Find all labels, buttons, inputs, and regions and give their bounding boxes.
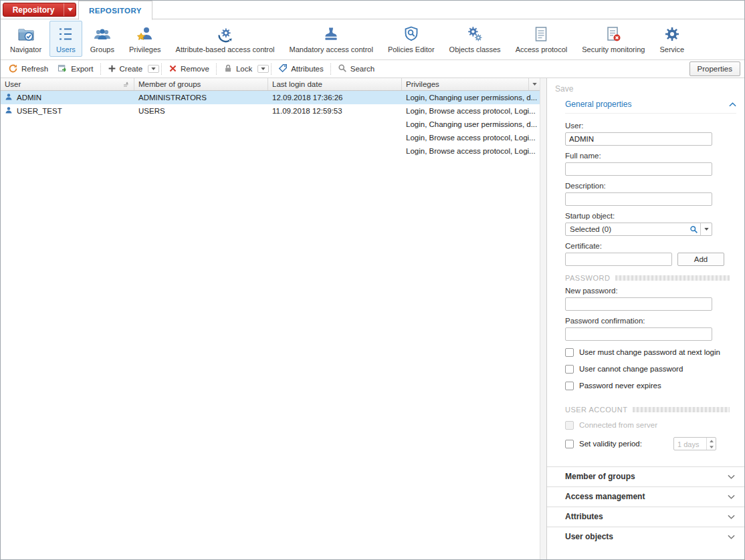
search-button[interactable]: Search — [333, 61, 379, 76]
user-icon — [5, 93, 13, 102]
section-member-of-groups[interactable]: Member of groups — [547, 466, 744, 486]
ribbon-item-objects-classes[interactable]: Objects classes — [443, 21, 508, 57]
ribbon: Navigator Users — [1, 19, 744, 60]
cannot-change-password-label: User cannot change password — [579, 364, 683, 374]
section-access-management[interactable]: Access management — [547, 486, 744, 507]
ribbon-item-label: Policies Editor — [388, 45, 435, 53]
repository-menu-button[interactable]: Repository — [3, 3, 76, 17]
toolbar: Refresh Export Create — [1, 60, 744, 78]
ribbon-item-label: Security monitoring — [582, 45, 645, 53]
privileges-user-star-icon — [136, 25, 154, 43]
ribbon-item-security-monitoring[interactable]: Security monitoring — [575, 21, 651, 57]
ribbon-item-service[interactable]: Service — [653, 21, 691, 57]
section-divider — [615, 275, 730, 281]
password-section-header: PASSWORD — [565, 274, 730, 282]
checkbox-row: Connected from server — [565, 420, 736, 430]
app-window: Repository REPOSITORY Navigator — [0, 0, 745, 560]
checkbox-row: User must change password at next login — [565, 347, 736, 358]
table-row[interactable]: Login, Browse access protocol, Logi... — [1, 144, 540, 158]
ribbon-item-access-protocol[interactable]: Access protocol — [509, 21, 574, 57]
full-name-field[interactable] — [565, 162, 712, 176]
description-field[interactable] — [565, 192, 712, 206]
table-scrollbar[interactable] — [540, 78, 547, 559]
tab-repository[interactable]: REPOSITORY — [78, 1, 152, 20]
section-label: User objects — [565, 532, 613, 542]
search-icon — [338, 63, 347, 74]
startup-object-dropdown-button[interactable] — [700, 223, 712, 235]
user-field[interactable] — [565, 132, 712, 146]
table-header: User Member of groups Last login date Pr… — [1, 78, 540, 91]
ribbon-item-policies-editor[interactable]: Policies Editor — [381, 21, 441, 57]
policies-shield-search-icon — [403, 25, 420, 43]
ribbon-item-label: Access protocol — [516, 45, 568, 53]
table-row[interactable]: USER_TEST USERS 11.09.2018 12:59:53 Logi… — [1, 104, 540, 118]
new-password-field[interactable] — [565, 297, 712, 311]
ribbon-item-users[interactable]: Users — [49, 21, 82, 57]
lock-button[interactable]: Lock — [219, 61, 257, 76]
chevron-down-icon — [728, 492, 735, 502]
cannot-change-password-checkbox[interactable] — [565, 365, 574, 374]
tab-strip: Repository REPOSITORY — [1, 1, 744, 19]
table-row[interactable]: Login, Browse access protocol, Logi... — [1, 131, 540, 144]
stepper-up-button[interactable] — [707, 438, 716, 444]
user-icon — [5, 106, 13, 116]
password-confirmation-field[interactable] — [565, 327, 712, 341]
column-header-user[interactable]: User — [1, 78, 134, 90]
create-dropdown-button[interactable] — [148, 65, 159, 73]
add-certificate-button[interactable]: Add — [677, 253, 724, 266]
properties-toggle-button[interactable]: Properties — [689, 61, 740, 76]
startup-object-label: Startup object: — [565, 211, 736, 221]
ribbon-item-privileges[interactable]: Privileges — [122, 21, 168, 57]
user-account-section-header: USER ACCOUNT — [565, 406, 730, 414]
remove-button[interactable]: Remove — [164, 62, 214, 76]
save-button[interactable]: Save — [547, 78, 744, 94]
password-never-expires-checkbox[interactable] — [565, 382, 574, 390]
validity-period-stepper[interactable]: 1 days — [673, 437, 716, 450]
users-list-icon — [57, 25, 74, 43]
remove-x-icon — [169, 64, 177, 74]
ribbon-item-attribute-based-access-control[interactable]: Attribute-based access control — [169, 21, 282, 57]
export-icon — [58, 63, 68, 75]
column-header-member-of-groups[interactable]: Member of groups — [134, 78, 268, 90]
users-table: User Member of groups Last login date Pr… — [1, 78, 540, 559]
section-label: Attributes — [565, 512, 603, 522]
cell-groups: USERS — [134, 107, 268, 115]
create-plus-icon — [108, 64, 116, 74]
ribbon-item-mandatory-access-control[interactable]: Mandatory access control — [283, 21, 380, 57]
section-attributes[interactable]: Attributes — [547, 507, 744, 527]
user-account-section-title: USER ACCOUNT — [565, 406, 627, 414]
ribbon-item-groups[interactable]: Groups — [84, 21, 121, 57]
set-validity-period-checkbox[interactable] — [565, 440, 574, 448]
section-label: Access management — [565, 492, 645, 502]
startup-object-combo[interactable]: Selected (0) — [565, 223, 712, 236]
cell-last-login: 11.09.2018 12:59:53 — [268, 107, 402, 115]
password-confirmation-label: Password confirmation: — [565, 316, 736, 325]
search-icon[interactable] — [687, 225, 700, 234]
chevron-down-icon — [728, 472, 735, 482]
connected-from-server-label: Connected from server — [579, 420, 657, 430]
column-header-privileges[interactable]: Privileges — [402, 78, 529, 90]
objects-classes-gears-icon — [466, 25, 484, 43]
stepper-down-button[interactable] — [707, 444, 716, 450]
cell-privileges: Login, Browse access protocol, Logi... — [402, 107, 540, 115]
table-row[interactable]: Login, Changing user permissions, d... — [1, 118, 540, 131]
column-options-button[interactable] — [529, 78, 540, 90]
create-button[interactable]: Create — [103, 62, 148, 76]
table-row[interactable]: ADMIN ADMINISTRATORS 12.09.2018 17:36:26… — [1, 91, 540, 104]
section-divider — [633, 407, 730, 412]
must-change-password-checkbox[interactable] — [565, 348, 574, 357]
column-header-last-login-date[interactable]: Last login date — [268, 78, 402, 90]
repository-menu-arrow-icon[interactable] — [64, 3, 76, 16]
export-button[interactable]: Export — [53, 61, 98, 77]
refresh-button[interactable]: Refresh — [3, 61, 53, 77]
export-label: Export — [71, 65, 93, 73]
section-user-objects[interactable]: User objects — [547, 527, 744, 547]
ribbon-item-label: Users — [56, 45, 76, 53]
certificate-field[interactable] — [565, 253, 672, 266]
lock-dropdown-button[interactable] — [257, 65, 269, 73]
security-monitoring-document-error-icon — [605, 25, 622, 43]
groups-people-icon — [94, 25, 111, 43]
ribbon-item-navigator[interactable]: Navigator — [3, 21, 48, 57]
section-general-properties[interactable]: General properties — [565, 100, 736, 114]
attributes-button[interactable]: Attributes — [274, 61, 328, 76]
